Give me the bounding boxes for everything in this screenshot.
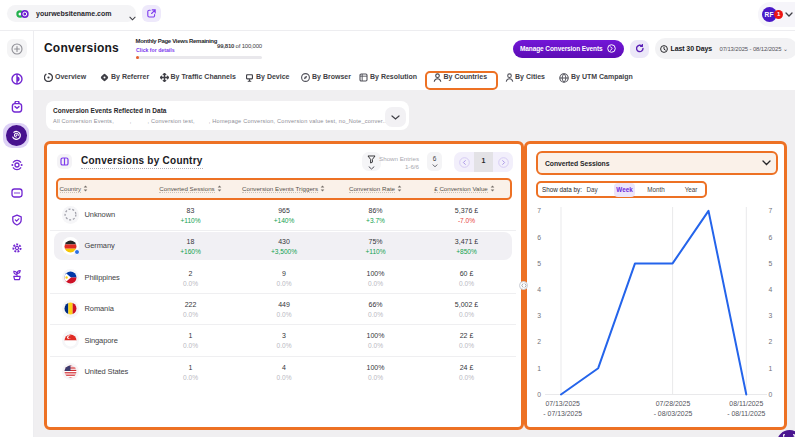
svg-text:6: 6 <box>537 234 541 241</box>
svg-text:6: 6 <box>769 234 773 241</box>
svg-text:0: 0 <box>537 391 541 398</box>
svg-text:2: 2 <box>769 338 773 345</box>
svg-text:4: 4 <box>769 286 773 293</box>
svg-text:4: 4 <box>537 286 541 293</box>
svg-text:0: 0 <box>769 391 773 398</box>
svg-text:2: 2 <box>537 338 541 345</box>
svg-text:3: 3 <box>537 312 541 319</box>
svg-text:- 08/03/2025: - 08/03/2025 <box>654 410 693 417</box>
svg-text:5: 5 <box>769 260 773 267</box>
svg-text:- 07/13/2025: - 07/13/2025 <box>543 410 582 417</box>
svg-text:07/13/2025: 07/13/2025 <box>545 400 580 407</box>
svg-text:7: 7 <box>537 207 541 214</box>
svg-text:- 08/11/2025: - 08/11/2025 <box>727 410 765 417</box>
svg-text:1: 1 <box>537 365 541 372</box>
svg-text:07/28/2025: 07/28/2025 <box>656 400 691 407</box>
svg-text:1: 1 <box>769 365 773 372</box>
svg-text:7: 7 <box>769 207 773 214</box>
svg-text:08/11/2025: 08/11/2025 <box>729 400 763 407</box>
svg-text:5: 5 <box>537 260 541 267</box>
svg-text:3: 3 <box>769 312 773 319</box>
